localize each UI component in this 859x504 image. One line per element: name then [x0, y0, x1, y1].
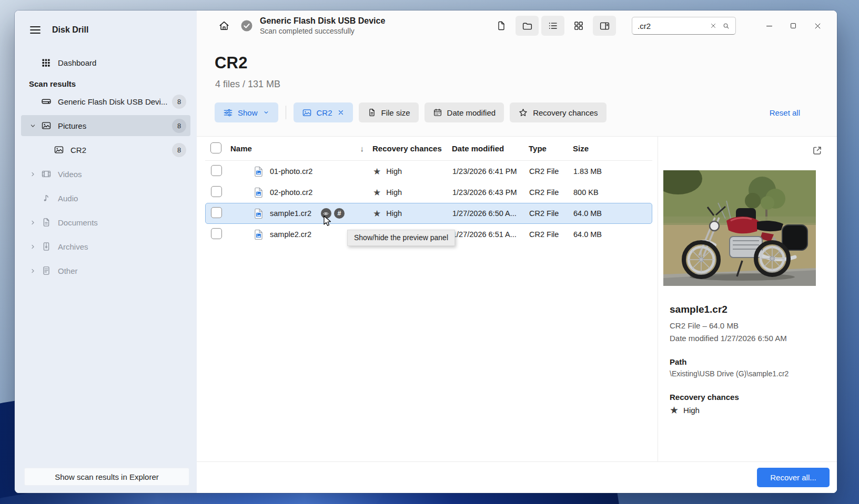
date-modified: 1/27/2026 6:51 A... [452, 230, 529, 239]
chevron-right-icon[interactable] [28, 267, 37, 275]
row-checkbox[interactable] [211, 165, 222, 176]
table-row-selected[interactable]: sample1.cr2 # ★High 1/27/2026 6:50 A... … [205, 203, 652, 224]
main-area: Generic Flash Disk USB Device Scan compl… [197, 11, 837, 493]
date-modified: 1/27/2026 6:50 A... [452, 209, 529, 218]
recovery-value: High [386, 188, 402, 197]
search-input[interactable] [638, 22, 707, 30]
folder-view-icon[interactable] [516, 16, 539, 36]
preview-recovery-value: High [683, 406, 700, 415]
scan-status-text: Scan completed successfully [260, 26, 385, 36]
pictures-icon [54, 145, 64, 155]
sidebar: Disk Drill Dashboard Scan results Generi… [15, 11, 197, 493]
search-box[interactable] [632, 17, 736, 35]
sidebar-item-label: Videos [58, 170, 190, 179]
close-icon[interactable] [805, 15, 830, 37]
sidebar-item-other[interactable]: Other [21, 260, 190, 281]
date-modified: 1/23/2026 6:43 PM [452, 188, 529, 197]
file-size: 800 KB [573, 188, 652, 197]
date-modified: 1/23/2026 6:41 PM [452, 167, 529, 176]
sidebar-item-usb-device[interactable]: Generic Flash Disk USB Devi... 8 [21, 91, 190, 112]
recovery-chances-filter-button[interactable]: Recovery chances [510, 102, 606, 122]
preview-image-motorcycle[interactable] [663, 170, 816, 286]
maximize-icon[interactable] [781, 15, 805, 37]
sidebar-item-audio[interactable]: Audio [21, 188, 190, 209]
remove-filter-icon[interactable] [337, 109, 345, 116]
chevron-right-icon[interactable] [28, 243, 37, 251]
mouse-cursor [322, 215, 332, 227]
filter-label: Date modified [447, 108, 496, 117]
file-name: sample2.cr2 [270, 230, 311, 239]
table-row[interactable]: 02-photo.cr2 ★High 1/23/2026 6:43 PM CR2… [205, 182, 652, 203]
table-row[interactable]: 01-photo.cr2 ★High 1/23/2026 6:41 PM CR2… [205, 161, 652, 182]
preview-panel-toggle-icon[interactable] [593, 16, 616, 36]
scan-results-section-label: Scan results [29, 79, 197, 88]
chevron-right-icon[interactable] [28, 170, 37, 178]
sidebar-item-label: Dashboard [58, 58, 190, 67]
list-view-icon[interactable] [541, 16, 564, 36]
column-header-type[interactable]: Type [529, 144, 573, 153]
hex-view-icon[interactable]: # [334, 208, 345, 219]
pictures-icon [302, 108, 312, 118]
sidebar-item-label: Archives [58, 242, 190, 251]
preview-file-name: sample1.cr2 [670, 304, 837, 315]
cr2-file-icon [254, 229, 263, 240]
open-external-icon[interactable] [810, 143, 824, 158]
row-checkbox[interactable] [211, 207, 222, 218]
sort-descending-icon[interactable]: ↓ [360, 144, 365, 153]
archive-icon [41, 241, 52, 252]
select-all-checkbox[interactable] [210, 142, 221, 153]
column-header-size[interactable]: Size [573, 144, 652, 153]
file-type: CR2 File [529, 167, 573, 176]
sidebar-item-videos[interactable]: Videos [21, 163, 190, 184]
clear-search-icon[interactable] [707, 19, 720, 32]
search-icon[interactable] [720, 19, 732, 32]
file-name: 02-photo.cr2 [270, 188, 312, 197]
home-icon[interactable] [215, 16, 234, 35]
disk-drill-window: Disk Drill Dashboard Scan results Generi… [15, 11, 837, 493]
sidebar-item-archives[interactable]: Archives [21, 236, 190, 257]
file-size-filter-button[interactable]: File size [359, 102, 419, 122]
chevron-right-icon[interactable] [28, 219, 37, 227]
file-type-view-icon[interactable] [490, 16, 513, 36]
device-title-block: Generic Flash Disk USB Device Scan compl… [260, 16, 385, 36]
row-checkbox[interactable] [211, 186, 222, 197]
cr2-filter-chip[interactable]: CR2 [294, 102, 353, 122]
date-modified-filter-button[interactable]: Date modified [425, 102, 504, 122]
sidebar-item-documents[interactable]: Documents [21, 212, 190, 233]
filter-separator [286, 106, 286, 119]
sidebar-item-dashboard[interactable]: Dashboard [21, 52, 190, 73]
sidebar-item-label: CR2 [70, 146, 172, 155]
item-count-badge: 8 [172, 95, 186, 109]
star-outline-icon [518, 108, 528, 118]
show-filter-button[interactable]: Show [215, 102, 278, 122]
app-title: Disk Drill [52, 25, 88, 35]
filter-label: File size [381, 108, 410, 117]
show-in-explorer-button[interactable]: Show scan results in Explorer [24, 468, 189, 486]
row-checkbox[interactable] [211, 228, 222, 239]
window-controls [757, 15, 830, 37]
file-type: CR2 File [529, 188, 573, 197]
drive-icon [41, 96, 52, 107]
top-bar: Generic Flash Disk USB Device Scan compl… [197, 11, 837, 41]
footer-bar: Recover all... [197, 461, 837, 493]
cr2-file-icon [254, 187, 263, 198]
scan-complete-check-icon [240, 19, 253, 32]
page-title: CR2 [215, 54, 837, 73]
cr2-file-icon [254, 166, 263, 177]
recover-all-button[interactable]: Recover all... [757, 468, 830, 487]
minimize-icon[interactable] [757, 15, 781, 37]
item-count-badge: 8 [172, 119, 186, 133]
preview-path-value: \Existing\USB Drive (G)\sample1.cr2 [670, 369, 837, 378]
column-header-date[interactable]: Date modified [452, 144, 529, 153]
column-header-recovery[interactable]: Recovery chances [370, 144, 452, 153]
sidebar-item-pictures[interactable]: Pictures 8 [21, 115, 190, 136]
column-header-name[interactable]: Name [230, 144, 252, 153]
chevron-down-icon[interactable] [28, 122, 37, 130]
filter-sliders-icon [223, 108, 233, 118]
hamburger-menu-icon[interactable] [29, 24, 42, 36]
sidebar-item-cr2[interactable]: CR2 8 [21, 139, 190, 160]
reset-all-link[interactable]: Reset all [770, 108, 800, 117]
sidebar-item-label: Audio [58, 194, 190, 203]
grid-view-icon[interactable] [567, 16, 590, 36]
file-name: sample1.cr2 [270, 209, 311, 218]
